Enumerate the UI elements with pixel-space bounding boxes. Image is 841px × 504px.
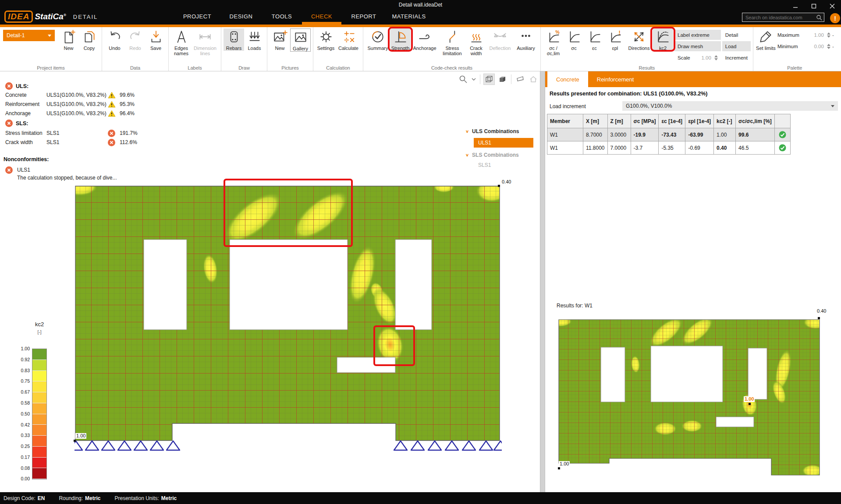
extreme-point-marker	[74, 440, 76, 442]
summary-row-stress-limitation[interactable]: Stress limitationSLS1 191.7%	[5, 129, 138, 137]
rebars-icon	[227, 29, 241, 44]
load-increment-select[interactable]: G100.0%, V100.0%	[622, 101, 838, 111]
anchorage-button[interactable]: Anchorage	[411, 28, 439, 51]
model-canvas[interactable]: ULS: ConcreteULS1(G100.0%, V83.2%) 99.6%…	[0, 71, 540, 492]
scale-row: Scale	[674, 53, 721, 63]
summary-row-reinforcement[interactable]: ReinforcementULS1(G100.0%, V83.2%) 95.3%	[5, 100, 135, 108]
zoom-dropdown-chevron-icon[interactable]	[471, 74, 477, 85]
draw-mesh-toggle[interactable]: Draw mesh	[674, 41, 721, 51]
legend-tick: 0.92	[17, 357, 30, 362]
menu-check-active[interactable]: CHECK	[301, 12, 343, 20]
sc-button[interactable]: σc	[564, 28, 584, 51]
epl-button[interactable]: ! εpl	[605, 28, 625, 51]
project-item-combo[interactable]: Detail-1	[3, 30, 55, 41]
scale-input[interactable]	[690, 53, 713, 62]
copy-button[interactable]: Copy	[79, 28, 99, 51]
menu-materials[interactable]: MATERIALS	[385, 12, 433, 20]
rebars-button[interactable]: Rebars	[224, 28, 244, 51]
idea-statica-logo: IDEA StatiCa® DETAIL	[4, 11, 98, 23]
nonconformity-item[interactable]: ULS1	[5, 166, 30, 174]
home-view-icon[interactable]	[528, 74, 539, 85]
group-calculation: Settings Calculate Calculation	[313, 27, 363, 71]
status-rounding: Rounding:Metric	[59, 495, 100, 501]
maximum-stepper[interactable]	[827, 32, 830, 38]
palette-limits: Maximum - Minimum -	[777, 28, 834, 51]
status-presentation-units: Presentation Units:Metric	[114, 495, 177, 501]
deflection-button[interactable]: Deflection	[486, 28, 514, 51]
edges-names-button[interactable]: Edges names	[171, 28, 192, 56]
load-toggle[interactable]: Load	[722, 41, 751, 51]
svg-text:!: !	[618, 29, 620, 36]
zoom-tool-icon[interactable]	[458, 74, 469, 85]
minimum-stepper[interactable]	[827, 44, 830, 49]
directions-button[interactable]: Directions	[625, 28, 653, 51]
group-label: Draw	[221, 65, 267, 70]
tab-concrete[interactable]: Concrete	[547, 71, 588, 87]
menu-project[interactable]: PROJECT	[175, 12, 219, 20]
dimension-lines-button[interactable]: Dimension lines	[192, 28, 219, 56]
label-extreme-toggle[interactable]: Label extreme	[674, 30, 721, 40]
clipping-view-icon[interactable]	[515, 74, 526, 85]
dimension-arrow-icon	[198, 29, 213, 44]
group-code-check-results: Summary Strength Anchorage Stress limita…	[363, 27, 541, 71]
crack-width-button[interactable]: Crack width	[466, 28, 486, 56]
tab-reinforcement[interactable]: Reinforcement	[588, 71, 643, 87]
scale-stepper[interactable]	[714, 55, 718, 60]
group-label: Pictures	[267, 65, 313, 70]
ec-button[interactable]: εc	[584, 28, 605, 51]
kc2-button[interactable]: kc2	[653, 28, 673, 51]
auxiliary-button[interactable]: Auxiliary	[514, 28, 538, 51]
gallery-button[interactable]: Gallery	[290, 28, 311, 52]
strength-button[interactable]: Strength	[390, 28, 411, 51]
gear-icon	[319, 29, 334, 44]
maximum-input[interactable]	[803, 31, 826, 39]
group-results: % σc / σc,lim σc εc ! εpl Direction	[541, 27, 753, 71]
detail-toggle[interactable]: Detail	[722, 30, 751, 40]
tree-item-sls1[interactable]: SLS1	[478, 162, 491, 168]
set-limits-button[interactable]: Set limits	[756, 28, 776, 51]
stress-chart-icon	[567, 29, 582, 44]
new-picture-button[interactable]: New	[270, 28, 290, 51]
table-row[interactable]: W18.70003.0000 -19.9-73.43-63.99 1.0099.…	[547, 128, 791, 141]
save-button[interactable]: Save	[145, 28, 166, 51]
sls-combinations-group[interactable]: ∨ SLS Combinations	[465, 152, 519, 158]
wireframe-view-icon[interactable]	[483, 74, 495, 85]
group-label: Project items	[0, 65, 102, 70]
panel-splitter[interactable]	[540, 71, 545, 492]
summary-row-anchorage[interactable]: AnchorageULS1(G100.0%, V83.2%) 96.4%	[5, 109, 135, 117]
group-label: Palette	[753, 65, 836, 70]
ok-check-icon	[779, 144, 786, 152]
minimize-icon[interactable]	[793, 4, 798, 9]
menu-tools[interactable]: TOOLS	[263, 12, 301, 20]
notification-icon[interactable]: !	[830, 13, 840, 23]
loads-button[interactable]: Loads	[244, 28, 265, 51]
sc-sclim-button[interactable]: % σc / σc,lim	[543, 28, 564, 56]
menu-design[interactable]: DESIGN	[219, 12, 263, 20]
new-document-icon	[61, 29, 76, 44]
close-icon[interactable]	[830, 4, 835, 9]
search-input[interactable]	[745, 15, 816, 20]
summary-button[interactable]: Summary	[365, 28, 390, 51]
legend-tick: 0.42	[17, 422, 30, 427]
member-result-plot[interactable]	[558, 318, 821, 478]
table-row[interactable]: W111.80007.0000 -3.7-5.35-0.69 0.4046.5	[547, 141, 791, 155]
uls-combinations-group[interactable]: ∨ ULS Combinations	[465, 128, 519, 134]
tree-item-uls1-selected[interactable]: ULS1	[474, 138, 533, 148]
results-mode-options: Detail Load Increment	[722, 28, 751, 63]
maximize-icon[interactable]	[811, 4, 816, 9]
summary-row-concrete[interactable]: ConcreteULS1(G100.0%, V83.2%) 99.6%	[5, 91, 135, 99]
legend-tick: 0.83	[17, 368, 30, 373]
settings-button[interactable]: Settings	[316, 28, 336, 51]
calculate-button[interactable]: Calculate	[336, 28, 361, 51]
solid-view-icon[interactable]	[497, 74, 508, 85]
menu-report[interactable]: REPORT	[343, 12, 385, 20]
new-item-button[interactable]: New	[58, 28, 79, 51]
search-box[interactable]	[742, 13, 824, 22]
increment-toggle[interactable]: Increment	[722, 53, 751, 63]
summary-row-crack-width[interactable]: Crack widthSLS1 112.6%	[5, 138, 137, 146]
wall-result-plot[interactable]	[75, 186, 502, 453]
minimum-input[interactable]	[803, 42, 826, 50]
redo-button[interactable]: Redo	[125, 28, 145, 51]
stress-limitation-button[interactable]: Stress limitation	[439, 28, 466, 56]
undo-button[interactable]: Undo	[104, 28, 125, 51]
